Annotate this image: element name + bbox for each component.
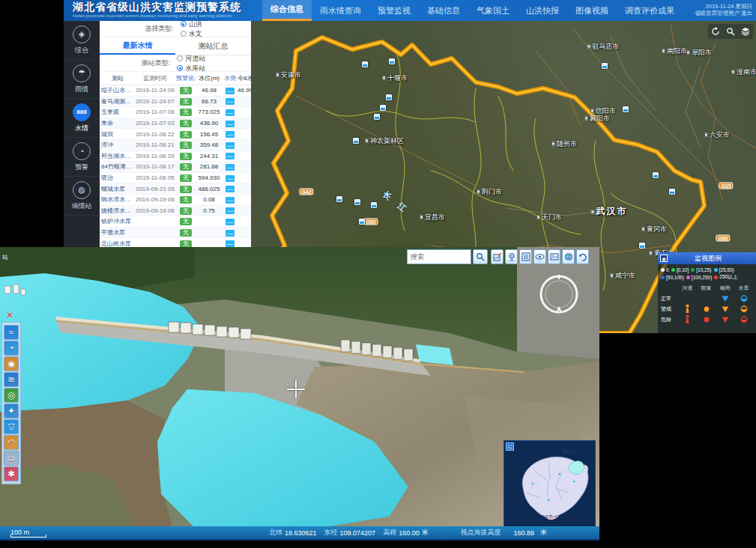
- water-station-marker[interactable]: [653, 172, 659, 178]
- monitor-type-label: 选择类型:: [145, 24, 174, 34]
- table-row[interactable]: 北山岗水库无—: [100, 238, 251, 247]
- nav-item-3[interactable]: 基础信息: [419, 0, 468, 21]
- water-splash-tool[interactable]: ✦: [4, 404, 19, 418]
- legend-column-label: 河道: [678, 284, 697, 292]
- chart-edit-button[interactable]: [491, 249, 504, 264]
- nav-item-2[interactable]: 预警监视: [369, 0, 419, 21]
- water-station-marker[interactable]: [359, 219, 365, 225]
- image-button[interactable]: [548, 249, 560, 264]
- nav-item-1[interactable]: 雨水情查询: [312, 0, 369, 21]
- legend-collapse-icon[interactable]: ▣: [660, 255, 668, 262]
- city-marker-icon: [641, 228, 645, 231]
- table-row[interactable]: 城坝2019-11-06 22无156.45—: [100, 129, 251, 140]
- nav-item-0[interactable]: 综合信息: [262, 0, 312, 21]
- city-label-17: 咸宁市: [610, 271, 635, 281]
- undo-button[interactable]: [576, 249, 589, 264]
- search-icon: [726, 27, 735, 36]
- refresh-button[interactable]: [710, 25, 722, 37]
- table-row[interactable]: 螺城水库2019-09-21 05无486.025—: [100, 183, 251, 195]
- map-controls: [708, 24, 753, 39]
- list-button[interactable]: [519, 249, 532, 264]
- water-station-marker[interactable]: [362, 61, 368, 67]
- water-station-marker[interactable]: [386, 94, 392, 100]
- eye-button[interactable]: [533, 249, 546, 264]
- table-cell: 无: [176, 217, 196, 225]
- close-viewer-button[interactable]: ✕: [3, 310, 16, 320]
- city-label-2: 南阳市: [662, 46, 687, 56]
- table-row[interactable]: 玉皇观2019-11-07 08无773.025—: [100, 107, 251, 118]
- city-label-14: 武汉市: [591, 205, 628, 218]
- search-button[interactable]: [725, 25, 737, 37]
- sidebar-item-0[interactable]: ◈综合: [64, 21, 100, 60]
- globe-icon: [564, 252, 573, 261]
- water-station-marker[interactable]: [389, 58, 395, 64]
- current-user[interactable]: 省级首席管理用户 退出: [695, 10, 752, 16]
- table-row[interactable]: 朱余2019-11-07 03无436.90—: [100, 118, 251, 130]
- table-cell: —: [223, 229, 238, 237]
- table-cell: 2019-09-21 05: [134, 186, 176, 192]
- water-station-marker[interactable]: [669, 189, 675, 195]
- sidebar-item-2[interactable]: 888水情: [64, 99, 100, 138]
- monitor-frame-tool[interactable]: ▭: [4, 451, 19, 466]
- layers-button[interactable]: [740, 25, 752, 37]
- water-station-marker[interactable]: [374, 114, 380, 120]
- whirlpool-tool[interactable]: ◔: [4, 341, 19, 356]
- lon-label: 东经: [324, 528, 338, 538]
- tab-1[interactable]: 测站汇总: [175, 37, 251, 55]
- water-station-marker[interactable]: [354, 199, 360, 205]
- table-row[interactable]: 姚楼潭水库(..2019-09-19 06无0.75—: [100, 206, 251, 217]
- tab-0[interactable]: 最新水情: [100, 37, 175, 55]
- viewer-3d-window[interactable]: 站 ✕ ≈◔◉≋◎✦▽◠▭✱ ◱: [0, 247, 599, 541]
- table-cell: —: [223, 141, 238, 149]
- table-row[interactable]: 驿治2019-11-06 05无594.930—: [100, 173, 251, 184]
- water-station-marker[interactable]: [380, 105, 386, 111]
- table-row[interactable]: 铁炉冲水库无—: [100, 216, 251, 228]
- inset-toggle-icon[interactable]: ◱: [506, 442, 514, 451]
- table-row[interactable]: 84竹根滩水..2019-11-06 17无281.88—: [100, 162, 251, 173]
- elev-unit: 米: [422, 528, 429, 538]
- compass-control[interactable]: [538, 273, 580, 315]
- table-row[interactable]: 响水潭水库(..2019-09-19 08无0.08—: [100, 195, 251, 206]
- water-station-marker[interactable]: [353, 138, 359, 144]
- station-type-option-0[interactable]: 河道站: [177, 54, 205, 64]
- radar-scan-tool[interactable]: ◎: [4, 388, 19, 403]
- typhoon-tool[interactable]: ◉: [4, 356, 19, 371]
- table-cell: 驿治: [100, 174, 134, 182]
- globe-button[interactable]: [562, 249, 575, 264]
- flood-area-tool[interactable]: ▽: [4, 419, 19, 434]
- waves-tool[interactable]: ≋: [4, 372, 19, 387]
- sidebar-item-label: 水情: [75, 124, 88, 133]
- nav-item-7[interactable]: 调查评价成果: [617, 0, 683, 21]
- water-station-marker[interactable]: [602, 63, 608, 69]
- search-button[interactable]: [473, 249, 488, 264]
- dot-legend-icon: [697, 316, 716, 324]
- status-badge: 无: [180, 229, 192, 237]
- undo-icon: [578, 252, 587, 261]
- table-row[interactable]: 端子山水位站(..2019-11-24 09无46.98—46.99: [100, 85, 251, 97]
- rain-effect-tool[interactable]: ≈: [4, 325, 19, 340]
- table-cell: 46.99: [238, 87, 251, 94]
- overview-inset-map[interactable]: ◱ 海口市 三亚市: [504, 440, 596, 528]
- sidebar-item-1[interactable]: ☂雨情: [64, 60, 100, 99]
- water-station-marker[interactable]: [639, 243, 645, 249]
- sidebar-item-3[interactable]: ◔预警: [64, 138, 100, 177]
- search-input[interactable]: [407, 249, 471, 264]
- water-station-marker[interactable]: [336, 196, 342, 202]
- table-cell: 436.90: [196, 120, 223, 127]
- table-row[interactable]: 潭冲2019-11-06 21无359.48—: [100, 140, 251, 151]
- sidebar-item-4[interactable]: ◍墒情站: [64, 177, 100, 216]
- water-station-marker[interactable]: [371, 202, 377, 208]
- sediment-tool[interactable]: ◠: [4, 435, 19, 450]
- water-station-marker[interactable]: [623, 106, 629, 112]
- alert-effect-tool[interactable]: ✱: [4, 466, 19, 481]
- table-cell: 无: [176, 86, 196, 94]
- nav-item-4[interactable]: 气象国土: [468, 0, 518, 21]
- camera-button[interactable]: [505, 249, 518, 264]
- table-cell: —: [223, 185, 238, 192]
- nav-item-5[interactable]: 山洪快报: [518, 0, 567, 21]
- table-row[interactable]: 青马湖测量站2019-11-24 07无66.73—: [100, 97, 251, 108]
- monitor-type-options: 山洪水文: [177, 19, 206, 39]
- table-row[interactable]: 平塘水库无—: [100, 228, 251, 239]
- table-row[interactable]: 邦当湖水位..2019-11-06 20无244.31—: [100, 151, 251, 162]
- nav-item-6[interactable]: 图像视频: [567, 0, 617, 21]
